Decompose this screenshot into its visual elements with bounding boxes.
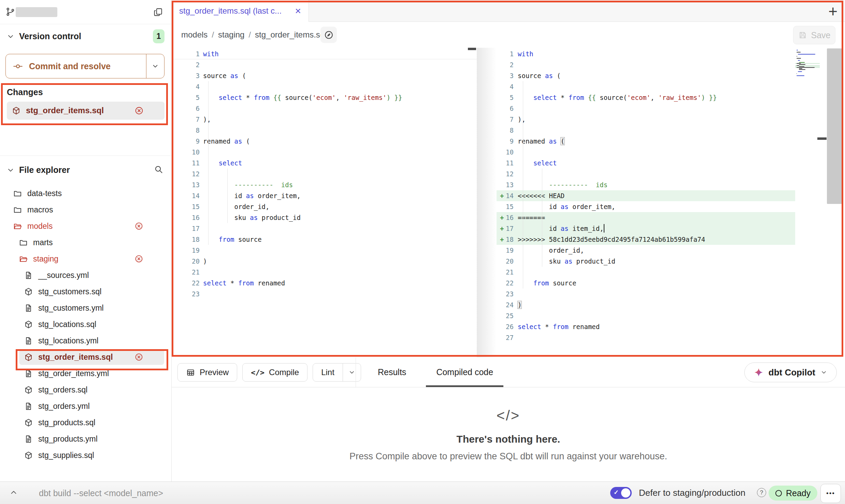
- code-line[interactable]: 7),: [497, 114, 795, 125]
- code-line[interactable]: 12: [172, 168, 477, 179]
- file-explorer-item-macros[interactable]: macros: [0, 202, 171, 218]
- code-line[interactable]: 2: [172, 59, 477, 70]
- code-line[interactable]: 23: [172, 288, 477, 299]
- code-line[interactable]: 16 sku as product_id: [172, 212, 477, 223]
- commit-and-resolve-button[interactable]: Commit and resolve: [5, 54, 164, 78]
- code-line[interactable]: 19 order_id,: [497, 245, 795, 256]
- command-input[interactable]: [38, 485, 347, 502]
- code-line[interactable]: 6: [497, 103, 795, 114]
- code-line[interactable]: 15 id as order_item,: [497, 201, 795, 212]
- code-line[interactable]: 5 select * from {{ source('ecom', 'raw_i…: [172, 92, 477, 103]
- compile-button[interactable]: </> Compile: [242, 363, 307, 382]
- code-line[interactable]: 4: [172, 81, 477, 92]
- file-explorer-item-stg_order_items.yml[interactable]: stg_order_items.yml: [0, 365, 171, 382]
- chevron-up-icon[interactable]: [9, 488, 18, 497]
- discard-change-icon[interactable]: [134, 222, 143, 231]
- file-explorer-item-stg_orders.sql[interactable]: stg_orders.sql: [0, 382, 171, 398]
- breadcrumb-part[interactable]: staging: [218, 30, 244, 39]
- file-explorer-item-stg_products.yml[interactable]: stg_products.yml: [0, 431, 171, 447]
- discard-change-icon[interactable]: [134, 353, 143, 361]
- code-line[interactable]: 9renamed as (: [497, 136, 795, 147]
- breadcrumb-part[interactable]: models: [181, 30, 207, 39]
- file-explorer-item-data-tests[interactable]: data-tests: [0, 185, 171, 202]
- code-line[interactable]: 13 ---------- ids: [172, 179, 477, 190]
- code-line[interactable]: 5 select * from {{ source('ecom', 'raw_i…: [497, 92, 795, 103]
- more-options-button[interactable]: •••: [820, 484, 841, 503]
- code-line[interactable]: 11 select: [172, 158, 477, 168]
- breadcrumb-part[interactable]: stg_order_items.sql: [255, 30, 326, 39]
- preview-button[interactable]: Preview: [177, 363, 237, 382]
- file-explorer-item-stg_orders.yml[interactable]: stg_orders.yml: [0, 398, 171, 414]
- file-explorer-item-stg_locations.sql[interactable]: stg_locations.sql: [0, 316, 171, 332]
- code-line[interactable]: 3source as (: [172, 70, 477, 81]
- code-line[interactable]: 23: [497, 288, 795, 299]
- code-line[interactable]: 10: [497, 147, 795, 158]
- code-line[interactable]: 7),: [172, 114, 477, 125]
- code-line[interactable]: 22select * from renamed: [172, 278, 477, 288]
- code-line[interactable]: 8: [497, 125, 795, 136]
- code-line[interactable]: 3source as (: [497, 70, 795, 81]
- file-explorer-item-stg_products.sql[interactable]: stg_products.sql: [0, 414, 171, 431]
- code-line[interactable]: 18 from source: [172, 234, 477, 245]
- lint-dropdown-button[interactable]: [343, 364, 361, 381]
- status-badge[interactable]: Ready: [769, 486, 817, 501]
- code-line[interactable]: 8: [172, 125, 477, 136]
- code-line[interactable]: 24): [497, 299, 795, 310]
- chevron-down-icon[interactable]: [6, 166, 15, 175]
- code-line[interactable]: 4: [497, 81, 795, 92]
- code-line[interactable]: 1with: [497, 48, 795, 59]
- discard-change-icon[interactable]: [134, 106, 144, 115]
- file-explorer-item-stg_locations.yml[interactable]: stg_locations.yml: [0, 332, 171, 349]
- code-line[interactable]: 13 ---------- ids: [497, 179, 795, 190]
- save-button[interactable]: Save: [793, 26, 835, 44]
- code-line[interactable]: 14 id as order_item,: [172, 190, 477, 201]
- file-explorer-item-stg_customers.sql[interactable]: stg_customers.sql: [0, 283, 171, 300]
- lint-button[interactable]: Lint: [313, 363, 361, 382]
- close-icon[interactable]: ×: [295, 6, 301, 16]
- code-line[interactable]: +16=======: [497, 212, 795, 223]
- code-line[interactable]: 20 sku as product_id: [497, 256, 795, 267]
- code-line[interactable]: 12: [497, 168, 795, 179]
- tab-compiled-code[interactable]: Compiled code: [421, 357, 508, 387]
- code-line[interactable]: 19: [172, 245, 477, 256]
- code-line[interactable]: 27: [497, 332, 795, 343]
- scrollbar-thumb[interactable]: [468, 48, 476, 50]
- help-icon[interactable]: ?: [757, 488, 766, 497]
- code-line[interactable]: +18>>>>>>> 58c1dd23d5eebd9cd2495fa7124ab…: [497, 234, 795, 245]
- new-tab-button[interactable]: +: [828, 2, 837, 20]
- code-line[interactable]: 21: [172, 267, 477, 278]
- editor-pane-last-commit[interactable]: 1with23source as (45 select * from {{ so…: [172, 48, 477, 299]
- lint-button-label[interactable]: Lint: [313, 364, 343, 381]
- code-line[interactable]: 17: [172, 223, 477, 234]
- explore-lineage-button[interactable]: [320, 27, 337, 43]
- code-line[interactable]: 1with: [172, 48, 477, 59]
- commit-and-resolve-main[interactable]: Commit and resolve: [6, 54, 146, 78]
- search-icon[interactable]: [154, 164, 163, 174]
- discard-change-icon[interactable]: [134, 254, 143, 263]
- changed-file-row[interactable]: stg_order_items.sql: [7, 102, 164, 120]
- minimap[interactable]: [795, 50, 820, 77]
- scrollbar-thumb[interactable]: [817, 137, 827, 140]
- tab-stg-order-items[interactable]: stg_order_items.sql (last c... ×: [172, 0, 309, 22]
- code-line[interactable]: 25: [497, 310, 795, 321]
- file-explorer-item-stg_supplies.sql[interactable]: stg_supplies.sql: [0, 447, 171, 463]
- file-explorer-item-__sources.yml[interactable]: __sources.yml: [0, 267, 171, 283]
- defer-toggle[interactable]: ✓: [610, 487, 632, 499]
- code-line[interactable]: 2: [497, 59, 795, 70]
- scrollbar[interactable]: [827, 48, 842, 204]
- tab-results[interactable]: Results: [363, 357, 421, 387]
- dbt-copilot-button[interactable]: dbt Copilot: [744, 362, 837, 382]
- commit-dropdown-button[interactable]: [146, 54, 164, 78]
- code-line[interactable]: 21: [497, 267, 795, 278]
- file-explorer-item-staging[interactable]: staging: [0, 251, 171, 267]
- file-explorer-item-models[interactable]: models: [0, 218, 171, 234]
- code-line[interactable]: 22 from source: [497, 278, 795, 288]
- code-line[interactable]: 26select * from renamed: [497, 321, 795, 332]
- file-explorer-item-stg_order_items.sql[interactable]: stg_order_items.sql: [0, 349, 171, 365]
- code-line[interactable]: 15 order_id,: [172, 201, 477, 212]
- code-line[interactable]: +17 id as item_id,: [497, 223, 795, 234]
- file-explorer-item-stg_customers.yml[interactable]: stg_customers.yml: [0, 300, 171, 316]
- code-line[interactable]: 6: [172, 103, 477, 114]
- code-line[interactable]: 10: [172, 147, 477, 158]
- chevron-down-icon[interactable]: [6, 32, 15, 41]
